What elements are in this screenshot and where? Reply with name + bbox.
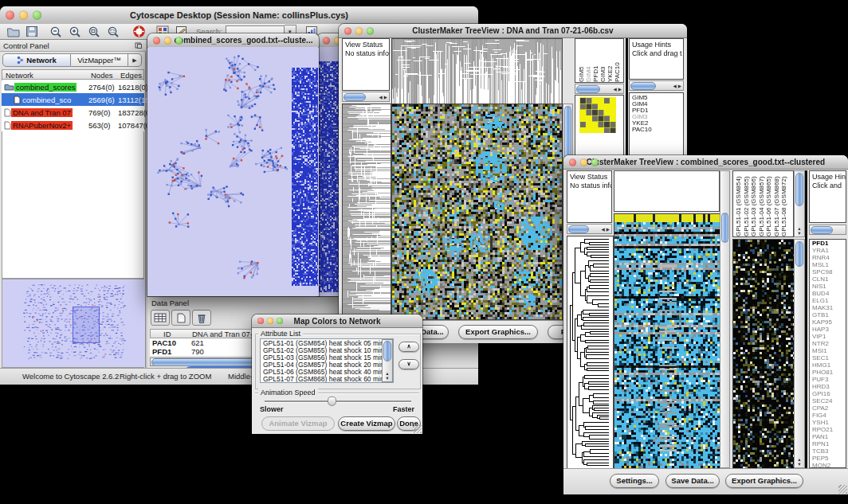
heatmap-canvas[interactable] — [614, 213, 721, 470]
gene-label[interactable]: PAN1 — [810, 433, 846, 440]
zoom-button[interactable] — [591, 158, 599, 166]
row-dendrogram-canvas[interactable] — [342, 104, 391, 320]
close-button[interactable] — [6, 11, 14, 20]
move-down-button[interactable]: ∨ — [398, 359, 419, 369]
zoom-selected-icon[interactable] — [104, 24, 123, 40]
scroll-left-icon[interactable]: ◀ — [379, 95, 383, 100]
scroll-right-icon[interactable]: ▶ — [678, 84, 681, 88]
table-view-icon[interactable] — [151, 310, 170, 326]
gene-label[interactable]: ELG1 — [810, 297, 846, 304]
gene-label[interactable]: NIS1 — [810, 283, 846, 290]
attribute-item[interactable]: GPL51-07 (GSM868) heat shock 60 min — [261, 376, 393, 383]
scrollbar-thumb[interactable] — [811, 226, 833, 234]
main-titlebar[interactable]: Cytoscape Desktop (Session Name: collins… — [0, 6, 478, 25]
save-data-button[interactable]: Save Data... — [665, 474, 720, 488]
gene-label[interactable]: NTR2 — [810, 340, 846, 347]
gene-label[interactable]: MSL1 — [810, 261, 846, 268]
delete-attribute-icon[interactable] — [192, 310, 211, 326]
gene-label[interactable]: HAP3 — [810, 326, 846, 333]
move-up-button[interactable]: ∧ — [398, 342, 419, 352]
gene-label[interactable]: PUF3 — [810, 376, 846, 383]
scroll-down-icon[interactable]: ▼ — [385, 376, 389, 381]
similarity-matrix-canvas[interactable] — [579, 97, 616, 133]
gene-label[interactable]: PAC10 — [630, 127, 683, 133]
gene-label[interactable]: RPO21 — [810, 426, 846, 433]
scrollbar-thumb[interactable] — [568, 225, 589, 233]
scroll-right-icon[interactable]: ▶ — [607, 227, 610, 232]
scroll-left-icon[interactable]: ◀ — [673, 84, 677, 88]
gene-label[interactable]: SPC98 — [810, 268, 846, 275]
scroll-down-icon[interactable]: ▼ — [797, 462, 801, 467]
gene-label[interactable]: PHO81 — [810, 369, 846, 376]
gene-label[interactable]: VIP1 — [810, 333, 846, 340]
scrollbar-thumb[interactable] — [576, 85, 600, 93]
global-heatmap-canvas[interactable] — [732, 239, 795, 470]
minimize-button[interactable] — [164, 37, 171, 44]
column-dendrogram-canvas[interactable] — [391, 38, 563, 104]
gene-label[interactable]: GTB1 — [810, 311, 846, 318]
scrollbar-thumb[interactable] — [721, 213, 728, 243]
attribute-list-vscrollbar[interactable]: ▲▼ — [382, 339, 393, 382]
network-table-header[interactable]: Network Nodes Edges — [2, 69, 144, 80]
speed-slider-track[interactable] — [265, 400, 411, 403]
scroll-left-icon[interactable]: ◀ — [602, 227, 605, 232]
network-row-combined-scores[interactable]: combined_scores 2764(0) 16218(0) — [2, 80, 144, 93]
gene-label[interactable]: BUD4 — [810, 290, 846, 297]
gene-label[interactable]: TCB3 — [810, 447, 846, 455]
view-status-hscrollbar[interactable]: ◀▶ — [342, 92, 390, 102]
gene-label[interactable]: CPA2 — [810, 404, 846, 412]
treeview2-titlebar[interactable]: ClusterMaker TreeView : combined_scores_… — [563, 155, 848, 170]
help-lifesaver-icon[interactable] — [129, 24, 148, 40]
gene-label[interactable]: SEC24 — [810, 397, 846, 404]
matrix-hscrollbar[interactable]: ◀▶ — [575, 84, 624, 94]
gene-label[interactable]: YRA1 — [810, 247, 846, 254]
minimize-button[interactable] — [19, 11, 28, 20]
row-dendrogram-canvas[interactable] — [567, 236, 614, 470]
network-overview[interactable] — [2, 279, 144, 368]
treeview2-gene-list[interactable]: PFD1YRA1RNR4MSL1SPC98CLN1NIS1BUD4ELG1MAK… — [809, 239, 846, 468]
scrollbar-thumb[interactable] — [795, 241, 803, 267]
scrollbar-thumb[interactable] — [344, 93, 366, 101]
gene-label[interactable]: RPN1 — [810, 440, 846, 447]
network-view-canvas[interactable] — [148, 47, 318, 295]
minimize-button[interactable] — [267, 318, 273, 324]
zoom-button[interactable] — [367, 27, 374, 34]
export-graphics-button[interactable]: Export Graphics... — [458, 325, 538, 339]
network-row-rnapuber[interactable]: RNAPuberNov2+ 563(0) 107847(0) — [2, 119, 144, 131]
tab-vizmapper[interactable]: VizMapper™ — [71, 53, 128, 67]
new-attribute-icon[interactable] — [171, 310, 190, 326]
close-button[interactable] — [323, 37, 330, 44]
scroll-right-icon[interactable]: ▶ — [618, 87, 622, 92]
gene-label[interactable]: PFD1 — [810, 240, 846, 247]
global-heatmap-vscrollbar[interactable]: ▲▼ — [794, 239, 805, 468]
animate-vizmap-button[interactable]: Animate Vizmap — [261, 416, 335, 431]
network-row-dna-tran[interactable]: DNA and Tran 07 769(0) 183728(0) — [2, 106, 144, 119]
treeview1-titlebar[interactable]: ClusterMaker TreeView : DNA and Tran 07-… — [339, 24, 687, 38]
create-vizmap-button[interactable]: Create Vizmap — [338, 416, 395, 431]
zoom-out-icon[interactable] — [46, 24, 65, 40]
dialog-titlebar[interactable]: Map Colors to Network — [252, 315, 422, 328]
minimize-button[interactable] — [580, 158, 587, 166]
usage-hints-hscrollbar[interactable] — [809, 225, 846, 235]
network-overview-canvas[interactable] — [2, 279, 145, 367]
speed-slider-thumb[interactable] — [328, 397, 336, 406]
global-header-vscrollbar[interactable]: ▲▼ — [794, 170, 805, 237]
scrollbar-thumb[interactable] — [383, 341, 391, 361]
open-session-icon[interactable] — [3, 24, 22, 40]
heatmap-canvas[interactable] — [391, 104, 563, 320]
network-view-titlebar[interactable]: combined_scores_good.txt--cluste... — [147, 33, 319, 48]
close-button[interactable] — [569, 158, 576, 166]
resize-grip[interactable] — [838, 485, 847, 494]
gene-label[interactable]: HMG1 — [810, 361, 846, 369]
gene-label[interactable]: FIG4 — [810, 412, 846, 419]
gene-label[interactable]: CLN1 — [810, 275, 846, 283]
gene-label[interactable]: SEC1 — [810, 354, 846, 361]
tab-network[interactable]: Network — [2, 53, 71, 67]
gene-label[interactable]: HRD3 — [810, 383, 846, 390]
gene-label[interactable]: PEP5 — [810, 455, 846, 462]
heatmap-vscrollbar[interactable] — [720, 170, 730, 468]
zoom-button[interactable] — [277, 318, 283, 324]
usage-hints-hscrollbar[interactable]: ◀▶ — [629, 80, 684, 91]
close-button[interactable] — [344, 27, 351, 34]
zoom-in-icon[interactable] — [65, 24, 84, 40]
